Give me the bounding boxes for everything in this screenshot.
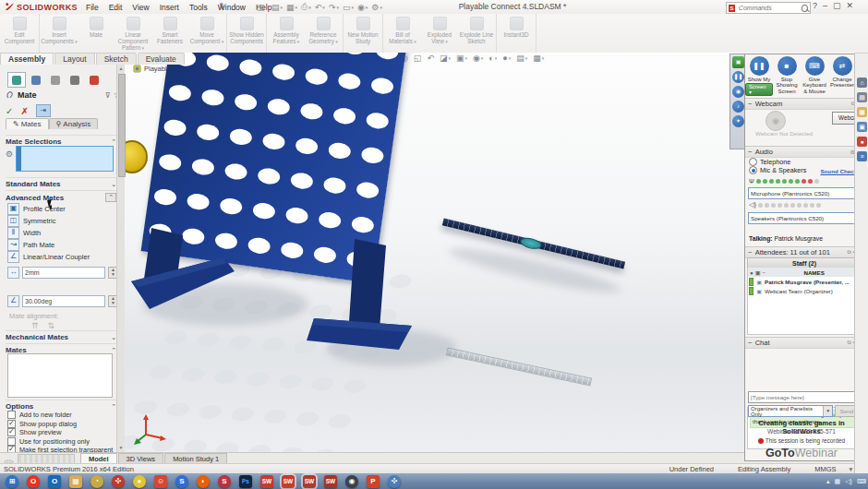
option-show-preview[interactable]: Show preview	[7, 428, 120, 437]
ribbon-button-assembly-features[interactable]: Assembly Features ▾	[268, 14, 305, 53]
taskbar-solidworks-doc-2-icon[interactable]: SW	[282, 475, 295, 488]
attendees-pop-out-icon[interactable]: ⧉	[848, 249, 851, 256]
new-icon[interactable]: ▢▾	[257, 3, 268, 12]
tab-evaluate[interactable]: Evaluate	[138, 53, 185, 65]
taskbar-solidworks-doc-3-icon[interactable]: SW	[303, 475, 316, 488]
apply-scene-icon[interactable]: ▤▾	[516, 54, 527, 63]
menu-tools[interactable]: Tools	[185, 2, 212, 13]
print-icon[interactable]: ⎙▾	[301, 2, 311, 12]
minimize-button[interactable]: –	[823, 1, 827, 10]
yellow-checker-part[interactable]	[124, 140, 148, 173]
angle-field[interactable]: 30.00deg	[22, 295, 105, 307]
radio-telephone[interactable]: Telephone	[749, 158, 862, 166]
ribbon-button-linear-component-pattern[interactable]: Linear Component Pattern ▾	[115, 14, 151, 53]
ribbon-button-new-motion-study[interactable]: New Motion Study	[344, 14, 381, 53]
attendee-row[interactable]: ▣Patrick Musgrave (Presenter, ...	[748, 277, 861, 286]
ribbon-button-exploded-view[interactable]: Exploded View ▾	[421, 14, 458, 53]
open-icon[interactable]: ▤▾	[271, 3, 283, 12]
tray-arrow-up-icon[interactable]: ▴	[826, 478, 830, 485]
manager-tab-displaymanager[interactable]	[85, 72, 103, 88]
help-button[interactable]: ?	[813, 1, 817, 10]
solidworks-resources-tab[interactable]: ⌂	[857, 78, 867, 88]
ok-button[interactable]: ✓	[6, 106, 13, 116]
search-icon[interactable]	[802, 5, 808, 12]
panel-scrollbar[interactable]: ▲ ▼	[116, 65, 125, 452]
option-add-to-new-folder[interactable]: Add to new folder	[7, 411, 120, 420]
hide-show-items-icon[interactable]: ◐▾	[488, 54, 497, 63]
taskbar-solidworks-doc-4-icon[interactable]: SW	[324, 475, 337, 488]
stop-showing-screen-button[interactable]: ■Stop Showing Screen	[773, 54, 801, 98]
cancel-button[interactable]: ✗	[20, 106, 28, 116]
taskbar-camtasia-icon[interactable]: ◉	[345, 475, 358, 488]
custom-properties-tab[interactable]: ≡	[857, 151, 867, 161]
design-library-tab[interactable]: ▤	[857, 92, 867, 102]
mates-list-box[interactable]	[7, 353, 113, 398]
ribbon-button-show-hidden-components[interactable]: Show Hidden Components	[228, 14, 265, 53]
taskbar-blue-swirl-icon[interactable]: S	[175, 475, 188, 488]
selection-filter-icon[interactable]: ▭▾	[343, 3, 354, 12]
manager-tab-featuremanager-tree[interactable]	[7, 72, 26, 88]
checkbox-show-preview[interactable]	[7, 428, 16, 436]
tab-sketch[interactable]: Sketch	[96, 53, 137, 65]
distance-field[interactable]: 2mm	[22, 267, 105, 279]
mate-selection-box[interactable]	[16, 146, 114, 172]
subtab-mates[interactable]: ✎Mates	[6, 118, 49, 129]
ribbon-button-insert-components[interactable]: Insert Components ▾	[41, 14, 78, 53]
chat-audience-dropdown[interactable]: Organizers and Panelists Only▼	[748, 405, 833, 417]
previous-view-icon[interactable]: ↶	[427, 54, 434, 63]
section-advanced-mates[interactable]: Advanced Mates⌃	[6, 190, 116, 202]
edit-appearance-icon[interactable]: ●▾	[502, 54, 511, 63]
tab-assembly[interactable]: Assembly	[0, 53, 54, 65]
audio-section-header[interactable]: −Audio ⚙	[745, 146, 858, 158]
file-explorer-tab[interactable]: ▦	[857, 107, 867, 117]
advanced-mate-width[interactable]: ⫴Width	[6, 227, 116, 239]
menu-insert[interactable]: Insert	[155, 2, 184, 13]
taskbar-clock-icon[interactable]: ◔	[90, 475, 103, 488]
taskbar-photoshop-icon[interactable]: Ps	[239, 475, 252, 488]
advanced-mate-linear-linear-coupler[interactable]: ∠Linear/Linear Coupler	[6, 251, 116, 263]
appearances-scenes-tab[interactable]: ●	[857, 137, 867, 147]
chat-section-header[interactable]: −Chat ⧉▪	[745, 337, 858, 349]
ribbon-button-edit-component[interactable]: Edit Component	[1, 14, 38, 53]
ribbon-button-mate[interactable]: Mate	[78, 14, 115, 53]
speaker-device-dropdown[interactable]: Speakers (Plantronics C520)▼	[748, 212, 864, 224]
taskbar-photo-viewer-icon[interactable]: ▦	[69, 475, 82, 488]
manager-tab-propertymanager[interactable]	[27, 72, 45, 88]
taskbar-gotomeeting-chat-icon[interactable]: ☺	[154, 475, 167, 488]
menu-file[interactable]: File	[81, 2, 103, 13]
change-presenter-button[interactable]: ⇄Change Presenter	[828, 54, 856, 98]
command-search[interactable]: S	[726, 2, 811, 14]
menu-view[interactable]: View	[127, 2, 153, 13]
taskbar-pinwheel-icon[interactable]: ✣	[112, 475, 125, 488]
view-orientation-icon[interactable]: ▣▾	[456, 54, 467, 63]
screen-dropdown-chip[interactable]: Screen ▾	[745, 83, 773, 96]
display-style-icon[interactable]: ◉▾	[473, 54, 483, 63]
scroll-thumb[interactable]	[118, 74, 126, 177]
keep-visible-pin-button[interactable]: ⇥	[36, 104, 51, 117]
ribbon-button-move-component[interactable]: Move Component ▾	[188, 14, 225, 53]
ribbon-button-bill-of-materials[interactable]: Bill of Materials ▾	[384, 14, 421, 53]
chat-input[interactable]	[748, 391, 857, 403]
taskbar-solidworks-doc-1-icon[interactable]: SW	[260, 475, 273, 488]
sound-check-link[interactable]: Sound Check	[820, 168, 857, 174]
anti-aligned-button[interactable]: ⇅	[48, 321, 55, 330]
chat-pop-out-icon[interactable]: ⧉	[848, 340, 851, 346]
section-standard-mates[interactable]: Standard Mates⌄	[6, 177, 116, 188]
connect4-board-part[interactable]	[141, 53, 408, 283]
ribbon-button-instant3d[interactable]: Instant3D	[498, 14, 535, 53]
rebuild-icon[interactable]: ◉▾	[357, 3, 368, 12]
save-icon[interactable]: ▦▾	[286, 3, 297, 12]
manager-tab-configurationmanager[interactable]	[46, 72, 65, 88]
tray-keyboard-layout-icon[interactable]: ⌨	[857, 478, 866, 485]
scroll-down-arrow[interactable]: ▼	[117, 444, 125, 452]
pushpin-icon[interactable]: ⊽	[105, 91, 111, 100]
show-my-button[interactable]: ❚❚Show MyScreen ▾	[745, 54, 773, 98]
attendee-row[interactable]: ▣Webcast Team (Organizer)	[748, 286, 861, 295]
options-icon[interactable]: ⚙▾	[371, 3, 382, 12]
aligned-button[interactable]: ⇈	[31, 321, 39, 330]
slider-rail-ghost[interactable]	[446, 347, 592, 386]
taskbar-powerpoint-icon[interactable]: P	[367, 475, 380, 488]
ribbon-button-reference-geometry[interactable]: Reference Geometry ▾	[305, 14, 342, 53]
attendee-list[interactable]: ▣Patrick Musgrave (Presenter, ...▣Webcas…	[747, 277, 862, 335]
ribbon-button-explode-line-sketch[interactable]: Explode Line Sketch	[458, 14, 495, 53]
